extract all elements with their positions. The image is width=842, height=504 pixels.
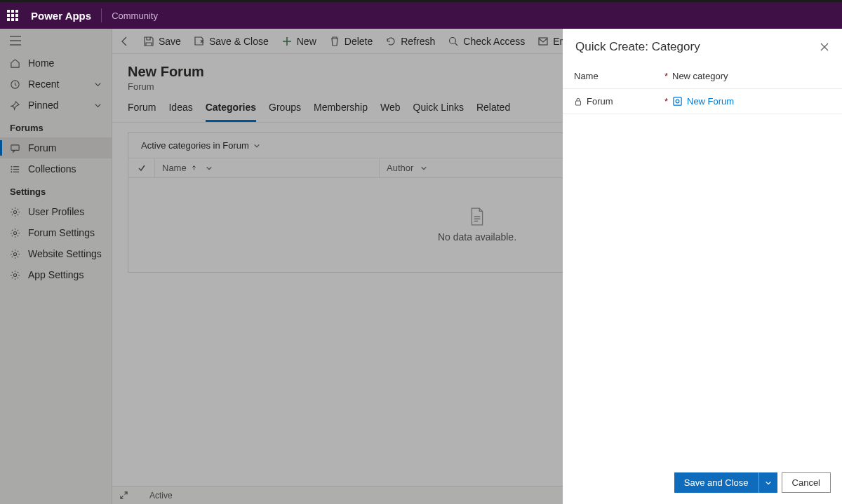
- field-row-name: Name *: [563, 64, 842, 89]
- required-indicator: *: [664, 96, 668, 107]
- chevron-down-icon: [765, 479, 772, 486]
- svg-point-24: [676, 100, 679, 103]
- app-launcher-icon[interactable]: [7, 10, 18, 21]
- close-button[interactable]: [820, 42, 829, 52]
- brand-environment[interactable]: Community: [112, 11, 158, 21]
- field-label-forum: Forum: [587, 96, 613, 107]
- svg-rect-22: [576, 101, 581, 105]
- cancel-button[interactable]: Cancel: [782, 472, 831, 493]
- lock-icon: [574, 97, 582, 106]
- save-and-close-split-button: Save and Close: [674, 472, 777, 493]
- required-indicator: *: [664, 71, 668, 81]
- forum-lookup-value[interactable]: New Forum: [687, 96, 734, 107]
- save-and-close-dropdown-button[interactable]: [759, 472, 777, 493]
- quick-create-header: Quick Create: Category: [563, 29, 842, 61]
- quick-create-footer: Save and Close Cancel: [563, 461, 842, 504]
- quick-create-body: Name * Forum * New Forum: [563, 61, 842, 461]
- app-header: Power Apps Community: [0, 2, 842, 29]
- brand-name[interactable]: Power Apps: [31, 10, 91, 22]
- lookup-entity-icon: [672, 96, 683, 107]
- brand-separator: [101, 8, 102, 22]
- field-row-forum: Forum * New Forum: [563, 89, 842, 114]
- name-input[interactable]: [672, 71, 831, 81]
- quick-create-panel: Quick Create: Category Name * Forum *: [563, 29, 842, 504]
- field-label-name: Name: [574, 71, 599, 81]
- quick-create-title: Quick Create: Category: [575, 40, 820, 54]
- svg-rect-23: [674, 97, 681, 105]
- save-and-close-button[interactable]: Save and Close: [674, 472, 759, 493]
